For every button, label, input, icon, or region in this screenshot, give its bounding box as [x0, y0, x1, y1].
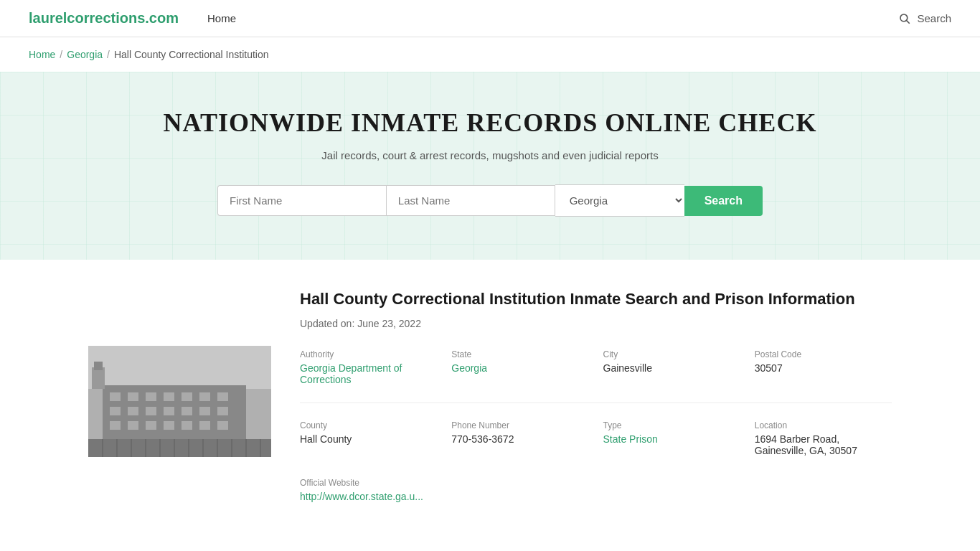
location-cell: Location 1694 Barber Road, Gainesville, …: [755, 420, 892, 456]
search-icon: [898, 12, 911, 25]
state-cell: State Georgia: [451, 349, 588, 385]
svg-rect-18: [217, 407, 228, 415]
first-name-input[interactable]: [217, 185, 386, 216]
state-select[interactable]: Georgia: [555, 184, 684, 217]
svg-rect-15: [164, 407, 174, 415]
svg-rect-6: [128, 392, 138, 401]
grid-divider: [300, 402, 892, 403]
svg-rect-21: [146, 421, 156, 430]
breadcrumb-separator-2: /: [107, 49, 110, 60]
postal-code-cell: Postal Code 30507: [755, 349, 892, 385]
svg-rect-16: [182, 407, 192, 415]
svg-rect-39: [92, 367, 105, 389]
facility-info: Hall County Correctional Institution Inm…: [300, 288, 892, 502]
svg-rect-24: [199, 421, 210, 430]
svg-rect-20: [128, 421, 138, 430]
authority-value[interactable]: Georgia Department of Corrections: [300, 362, 402, 385]
facility-image: [88, 346, 271, 457]
svg-rect-40: [94, 362, 103, 370]
type-cell: Type State Prison: [603, 420, 740, 456]
city-cell: City Gainesville: [603, 349, 740, 385]
main-content: Hall County Correctional Institution Inm…: [60, 260, 920, 531]
svg-rect-22: [164, 421, 174, 430]
header-left: laurelcorrections.com Home: [29, 10, 236, 27]
hero-subtitle: Jail records, court & arrest records, mu…: [29, 149, 951, 161]
svg-rect-11: [217, 392, 228, 401]
state-value[interactable]: Georgia: [451, 362, 487, 374]
postal-code-label: Postal Code: [755, 349, 892, 359]
county-label: County: [300, 420, 437, 430]
breadcrumb-current: Hall County Correctional Institution: [114, 49, 269, 60]
type-value[interactable]: State Prison: [603, 433, 658, 445]
phone-label: Phone Number: [451, 420, 588, 430]
svg-rect-14: [146, 407, 156, 415]
city-label: City: [603, 349, 740, 359]
updated-date: Updated on: June 23, 2022: [300, 318, 892, 329]
official-website-cell: Official Website http://www.dcor.state.g…: [300, 478, 892, 502]
site-header: laurelcorrections.com Home Search: [0, 0, 980, 37]
svg-rect-25: [217, 421, 228, 430]
svg-rect-19: [110, 421, 121, 430]
inmate-search-form: Georgia Search: [217, 184, 763, 217]
site-logo[interactable]: laurelcorrections.com: [29, 10, 179, 27]
svg-rect-23: [182, 421, 192, 430]
svg-rect-26: [88, 439, 271, 457]
svg-rect-3: [88, 346, 271, 389]
header-search-button[interactable]: Search: [898, 12, 951, 25]
location-value: 1694 Barber Road, Gainesville, GA, 30507: [755, 433, 857, 456]
county-value: Hall County: [300, 433, 352, 445]
city-value: Gainesville: [603, 362, 652, 374]
county-cell: County Hall County: [300, 420, 437, 456]
state-label: State: [451, 349, 588, 359]
header-search-label: Search: [917, 12, 951, 24]
facility-details-grid: Authority Georgia Department of Correcti…: [300, 349, 892, 502]
location-label: Location: [755, 420, 892, 430]
svg-rect-13: [128, 407, 138, 415]
svg-rect-9: [182, 392, 192, 401]
postal-code-value: 30507: [755, 362, 783, 374]
search-button[interactable]: Search: [684, 186, 763, 216]
official-website-link[interactable]: http://www.dcor.state.ga.u...: [300, 491, 423, 502]
breadcrumb: Home / Georgia / Hall County Correctiona…: [0, 37, 980, 72]
svg-rect-12: [110, 407, 121, 415]
facility-image-svg: [88, 346, 271, 457]
svg-rect-10: [199, 392, 210, 401]
authority-label: Authority: [300, 349, 437, 359]
svg-line-1: [907, 20, 910, 23]
svg-point-0: [900, 14, 908, 22]
authority-cell: Authority Georgia Department of Correcti…: [300, 349, 437, 385]
hero-title: NATIONWIDE INMATE RECORDS ONLINE CHECK: [29, 108, 951, 138]
hero-banner: NATIONWIDE INMATE RECORDS ONLINE CHECK J…: [0, 72, 980, 260]
breadcrumb-state[interactable]: Georgia: [67, 49, 103, 60]
svg-rect-5: [110, 392, 121, 401]
breadcrumb-home[interactable]: Home: [29, 49, 55, 60]
last-name-input[interactable]: [386, 185, 555, 216]
svg-rect-17: [199, 407, 210, 415]
type-label: Type: [603, 420, 740, 430]
facility-title: Hall County Correctional Institution Inm…: [300, 288, 892, 311]
phone-cell: Phone Number 770-536-3672: [451, 420, 588, 456]
svg-rect-8: [164, 392, 174, 401]
breadcrumb-separator-1: /: [60, 49, 62, 60]
official-website-label: Official Website: [300, 478, 892, 488]
phone-value: 770-536-3672: [451, 433, 514, 445]
svg-rect-7: [146, 392, 156, 401]
nav-home-link[interactable]: Home: [207, 12, 236, 24]
